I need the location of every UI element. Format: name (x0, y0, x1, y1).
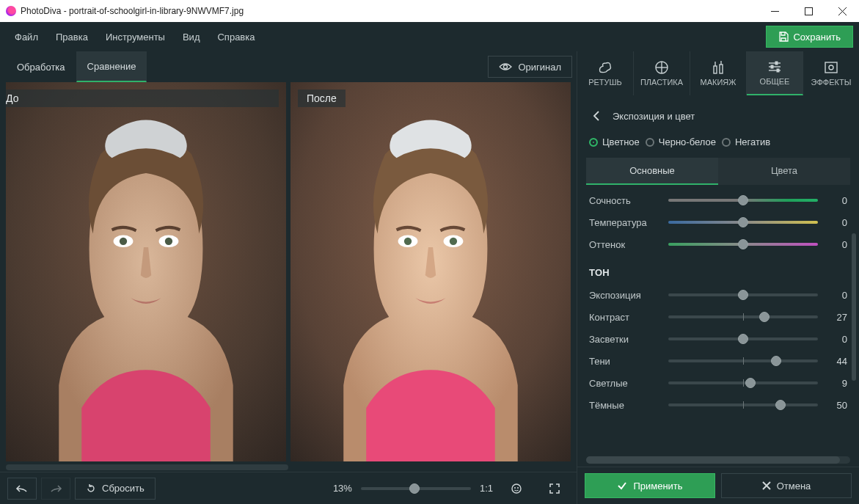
close-button[interactable] (825, 0, 859, 22)
menu-help[interactable]: Справка (208, 27, 263, 47)
image-hscroll[interactable] (6, 463, 571, 472)
tab-makeup[interactable]: МАКИЯЖ (690, 51, 747, 95)
slider-temperature[interactable]: Температура0 (589, 211, 847, 233)
before-badge: До (6, 90, 279, 107)
panel-vscroll[interactable] (852, 185, 856, 453)
svg-point-17 (517, 487, 519, 489)
undo-button[interactable] (7, 478, 37, 500)
makeup-icon (710, 60, 726, 75)
save-icon (778, 32, 789, 42)
svg-point-30 (829, 65, 833, 70)
sliders-icon (767, 59, 783, 74)
zoom-value: 13% (333, 483, 352, 494)
svg-rect-29 (825, 62, 837, 73)
svg-rect-26 (775, 62, 778, 65)
reset-button[interactable]: Сбросить (75, 478, 156, 500)
expand-icon (549, 483, 560, 494)
svg-point-12 (404, 238, 412, 245)
back-button[interactable] (589, 109, 604, 123)
slider-exposure[interactable]: Экспозиция0 (589, 284, 847, 306)
panel-hscroll[interactable] (586, 456, 850, 464)
effects-icon (823, 60, 839, 75)
subtab-main[interactable]: Основные (586, 158, 718, 185)
before-photo (6, 82, 286, 461)
svg-rect-21 (714, 66, 717, 73)
close-icon (762, 481, 771, 490)
app-logo (6, 6, 16, 16)
tab-compare[interactable]: Сравнение (76, 51, 147, 82)
plastic-icon (654, 60, 670, 75)
window-title: PhotoDiva - portrait-of-schoolgirl-in-li… (21, 6, 244, 16)
save-button[interactable]: Сохранить (766, 26, 853, 48)
apply-button[interactable]: Применить (585, 473, 715, 498)
chevron-left-icon (593, 111, 600, 121)
menu-tools[interactable]: Инструменты (97, 27, 174, 47)
zoom-slider[interactable] (361, 487, 471, 490)
original-button[interactable]: Оригинал (488, 56, 572, 78)
after-photo (290, 82, 571, 461)
subtab-colors[interactable]: Цвета (718, 158, 850, 185)
svg-rect-22 (720, 65, 723, 73)
check-icon (617, 481, 627, 490)
svg-point-7 (120, 238, 127, 245)
svg-point-9 (165, 238, 172, 245)
face-fit-button[interactable] (502, 478, 531, 500)
menu-edit[interactable]: Правка (47, 27, 97, 47)
tab-plastic[interactable]: ПЛАСТИКА (634, 51, 690, 95)
slider-contrast[interactable]: Контраст27 (589, 306, 847, 328)
after-pane[interactable]: После (290, 82, 571, 461)
redo-icon (49, 484, 62, 493)
redo-button[interactable] (41, 478, 70, 500)
radio-color[interactable]: Цветное (589, 136, 640, 147)
svg-point-16 (514, 487, 516, 489)
slider-highlights[interactable]: Засветки0 (589, 328, 847, 350)
radio-negative[interactable]: Негатив (722, 136, 770, 147)
after-badge: После (298, 90, 346, 107)
slider-saturation[interactable]: Сочность0 (589, 189, 847, 211)
minimize-button[interactable] (758, 0, 792, 22)
tab-process[interactable]: Обработка (6, 51, 76, 82)
retouch-icon (597, 60, 613, 75)
svg-rect-28 (777, 69, 779, 72)
fit-11-button[interactable]: 1:1 (480, 483, 493, 494)
svg-rect-27 (771, 65, 773, 68)
panel-title: Экспозиция и цвет (613, 111, 695, 122)
tab-general[interactable]: ОБЩЕЕ (747, 51, 803, 95)
svg-point-14 (450, 238, 457, 245)
before-pane[interactable]: До (6, 82, 286, 461)
reset-icon (86, 483, 96, 494)
fullscreen-button[interactable] (540, 478, 569, 500)
undo-icon (15, 484, 29, 493)
svg-point-4 (504, 65, 508, 69)
menu-view[interactable]: Вид (174, 27, 209, 47)
slider-tint[interactable]: Оттенок0 (589, 233, 847, 255)
slider-blacks[interactable]: Тёмные50 (589, 394, 847, 416)
tab-effects[interactable]: ЭФФЕКТЫ (803, 51, 859, 95)
maximize-button[interactable] (792, 0, 825, 22)
tab-retouch[interactable]: РЕТУШЬ (577, 51, 634, 95)
eye-icon (499, 62, 512, 71)
svg-point-15 (512, 484, 521, 493)
radio-bw[interactable]: Черно-белое (646, 136, 716, 147)
slider-whites[interactable]: Светлые9 (589, 372, 847, 394)
section-tone: ТОН (589, 255, 847, 284)
menu-file[interactable]: Файл (6, 27, 47, 47)
face-icon (511, 483, 522, 494)
cancel-button[interactable]: Отмена (721, 473, 852, 498)
slider-shadows[interactable]: Тени44 (589, 350, 847, 372)
svg-rect-1 (805, 7, 812, 15)
